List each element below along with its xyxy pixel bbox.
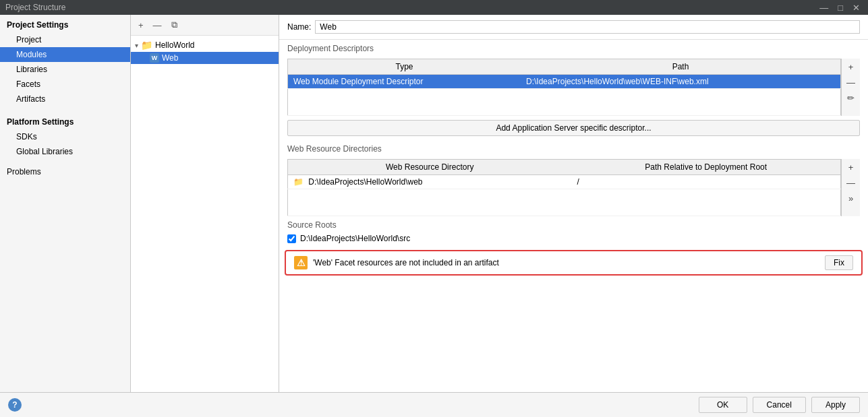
cancel-button[interactable]: Cancel: [753, 397, 806, 413]
table-row[interactable]: Web Module Deployment Descriptor D:\Idea…: [288, 75, 841, 89]
bottom-left: ?: [8, 398, 22, 412]
project-settings-label: Project Settings: [0, 15, 130, 32]
maximize-button[interactable]: □: [835, 3, 846, 13]
sidebar-item-libraries[interactable]: Libraries: [0, 62, 130, 77]
minimize-button[interactable]: —: [817, 3, 831, 13]
row-path: D:\IdeaProjects\HelloWorld\web\WEB-INF\w…: [521, 75, 840, 89]
row-type: Web Module Deployment Descriptor: [288, 75, 521, 89]
web-resource-title: Web Resource Directories: [287, 144, 860, 154]
deployment-table-side-buttons: + — ✏: [841, 59, 860, 116]
sidebar: Project Settings Project Modules Librari…: [0, 15, 131, 392]
col-path-relative: Path Relative to Deployment Root: [571, 160, 840, 175]
ok-button[interactable]: OK: [699, 397, 747, 413]
content-area: Deployment Descriptors Type Path Web Mod…: [279, 40, 868, 392]
web-resource-side-buttons: + — »: [841, 159, 860, 216]
tree-panel: + — ⧉ ▾ 📁 HelloWorld W Web: [131, 15, 279, 392]
warning-icon: ⚠: [294, 256, 308, 269]
row-path-relative: /: [571, 175, 840, 189]
title-bar-title: Project Structure: [5, 3, 65, 12]
deployment-descriptors-section: Deployment Descriptors: [279, 40, 868, 59]
source-roots-title: Source Roots: [287, 220, 860, 230]
source-root-item: D:\IdeaProjects\HelloWorld\src: [287, 232, 860, 245]
tree-toolbar: + — ⧉: [131, 15, 279, 36]
close-button[interactable]: ✕: [850, 3, 863, 13]
add-descriptor-button[interactable]: Add Application Server specific descript…: [287, 120, 860, 136]
tree-node-label-helloworld: HelloWorld: [155, 40, 194, 50]
web-resource-table: Web Resource Directory Path Relative to …: [287, 159, 841, 216]
edit-descriptor-row-btn[interactable]: ✏: [843, 91, 859, 105]
warning-bar: ⚠ 'Web' Facet resources are not included…: [285, 250, 863, 276]
add-tree-button[interactable]: +: [135, 18, 147, 32]
tree-content: ▾ 📁 HelloWorld W Web: [131, 36, 279, 392]
add-descriptor-row-btn[interactable]: +: [843, 60, 859, 74]
remove-web-resource-btn[interactable]: —: [843, 176, 859, 190]
sidebar-item-modules[interactable]: Modules: [0, 47, 130, 62]
title-bar-controls: — □ ✕: [817, 3, 863, 13]
deployment-descriptors-title: Deployment Descriptors: [287, 44, 860, 53]
dialog-body: Project Settings Project Modules Librari…: [0, 15, 868, 392]
row-web-dir: 📁 D:\IdeaProjects\HelloWorld\web: [288, 175, 572, 189]
source-root-path: D:\IdeaProjects\HelloWorld\src: [300, 234, 410, 243]
main-content: Name: Deployment Descriptors Type Path: [279, 15, 868, 392]
expand-icon: ▾: [135, 42, 138, 49]
source-root-checkbox[interactable]: [287, 234, 296, 243]
deployment-table-wrap: Type Path Web Module Deployment Descript…: [287, 59, 860, 116]
copy-tree-button[interactable]: ⧉: [168, 18, 181, 32]
warning-text: 'Web' Facet resources are not included i…: [313, 258, 819, 267]
module-icon: W: [150, 53, 159, 63]
name-input[interactable]: [315, 20, 860, 34]
add-web-resource-btn[interactable]: +: [843, 160, 859, 174]
sidebar-item-problems[interactable]: Problems: [0, 164, 130, 179]
platform-settings-label: Platform Settings: [0, 112, 130, 129]
tree-node-web[interactable]: W Web: [131, 52, 279, 64]
bottom-bar: ? OK Cancel Apply: [0, 392, 868, 417]
bottom-right: OK Cancel Apply: [699, 397, 860, 413]
sidebar-item-global-libraries[interactable]: Global Libraries: [0, 144, 130, 159]
sidebar-item-artifacts[interactable]: Artifacts: [0, 92, 130, 106]
tree-node-label-web: Web: [162, 53, 178, 63]
table-row[interactable]: 📁 D:\IdeaProjects\HelloWorld\web /: [288, 175, 841, 189]
sidebar-item-sdks[interactable]: SDKs: [0, 129, 130, 144]
apply-button[interactable]: Apply: [811, 397, 860, 413]
folder-small-icon: 📁: [293, 177, 303, 187]
fix-button[interactable]: Fix: [825, 255, 853, 270]
sidebar-item-facets[interactable]: Facets: [0, 77, 130, 92]
remove-tree-button[interactable]: —: [150, 18, 165, 32]
col-path: Path: [521, 59, 840, 75]
more-web-resource-btn[interactable]: »: [843, 191, 859, 205]
web-resource-table-wrap: Web Resource Directory Path Relative to …: [287, 159, 860, 216]
help-button[interactable]: ?: [8, 398, 22, 412]
remove-descriptor-row-btn[interactable]: —: [843, 75, 859, 90]
web-resource-section: Web Resource Directories: [279, 140, 868, 159]
table-row-empty: [288, 89, 841, 116]
table-row-empty: [288, 189, 841, 216]
col-type: Type: [288, 59, 521, 75]
col-web-dir: Web Resource Directory: [288, 160, 572, 175]
deployment-table: Type Path Web Module Deployment Descript…: [287, 59, 841, 116]
name-row: Name:: [279, 15, 868, 40]
source-roots-section: Source Roots D:\IdeaProjects\HelloWorld\…: [279, 216, 868, 247]
tree-node-helloworld[interactable]: ▾ 📁 HelloWorld: [131, 38, 279, 52]
sidebar-item-project[interactable]: Project: [0, 32, 130, 47]
name-label: Name:: [287, 22, 311, 32]
title-bar: Project Structure — □ ✕: [0, 0, 868, 15]
folder-icon: 📁: [141, 40, 152, 51]
